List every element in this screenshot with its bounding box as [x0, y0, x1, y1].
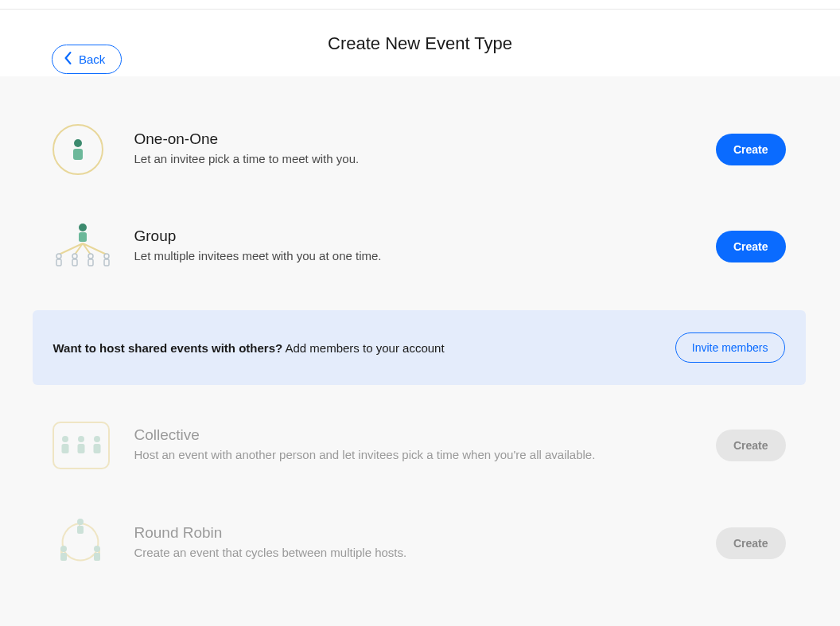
- svg-point-4: [56, 254, 61, 259]
- collective-icon: [52, 422, 110, 469]
- svg-rect-7: [72, 259, 77, 266]
- svg-rect-13: [61, 444, 68, 453]
- svg-rect-26: [94, 553, 100, 561]
- svg-rect-17: [93, 444, 100, 453]
- create-group-button[interactable]: Create: [716, 231, 786, 262]
- banner-prompt-bold: Want to host shared events with others?: [53, 341, 283, 355]
- svg-point-12: [62, 436, 68, 442]
- event-type-desc: Let an invitee pick a time to meet with …: [134, 150, 716, 169]
- create-one-on-one-button[interactable]: Create: [716, 134, 786, 165]
- chevron-left-icon: [64, 52, 72, 67]
- svg-rect-22: [77, 526, 84, 534]
- svg-rect-5: [56, 259, 61, 266]
- svg-point-0: [74, 139, 82, 147]
- svg-point-6: [72, 254, 77, 259]
- invite-members-button[interactable]: Invite members: [675, 332, 785, 363]
- event-type-one-on-one: One-on-One Let an invitee pick a time to…: [52, 102, 812, 197]
- event-type-desc: Create an event that cycles between mult…: [134, 544, 716, 562]
- create-round-robin-button: Create: [716, 527, 786, 559]
- event-type-group: Group Let multiple invitees meet with yo…: [52, 197, 812, 296]
- create-collective-button: Create: [716, 430, 786, 461]
- banner-prompt-rest: Add members to your account: [282, 341, 444, 355]
- svg-rect-24: [60, 553, 67, 561]
- back-button[interactable]: Back: [52, 45, 122, 74]
- event-type-desc: Host an event with another person and le…: [134, 446, 716, 465]
- event-type-title: Group: [134, 227, 716, 245]
- round-robin-icon: [52, 514, 108, 573]
- group-icon: [52, 220, 113, 274]
- event-type-title: Round Robin: [134, 524, 716, 542]
- svg-point-8: [88, 254, 93, 259]
- svg-rect-1: [73, 149, 83, 160]
- event-type-collective: Collective Host an event with another pe…: [52, 399, 812, 492]
- svg-point-25: [94, 546, 100, 552]
- top-divider: [0, 0, 840, 10]
- svg-point-14: [78, 436, 84, 442]
- content-area: One-on-One Let an invitee pick a time to…: [0, 76, 840, 626]
- svg-point-21: [77, 519, 84, 525]
- back-label: Back: [79, 52, 105, 66]
- svg-point-23: [60, 546, 67, 552]
- svg-point-16: [94, 436, 100, 442]
- svg-point-2: [79, 224, 87, 231]
- svg-rect-11: [104, 259, 109, 266]
- svg-rect-3: [79, 232, 87, 242]
- svg-rect-15: [77, 444, 84, 453]
- invite-members-banner: Want to host shared events with others? …: [33, 310, 806, 385]
- event-type-desc: Let multiple invitees meet with you at o…: [134, 247, 716, 266]
- one-on-one-icon: [52, 124, 103, 175]
- banner-text: Want to host shared events with others? …: [53, 341, 445, 355]
- event-type-title: Collective: [134, 426, 716, 444]
- page-header: Back Create New Event Type: [0, 10, 840, 76]
- page-title: Create New Event Type: [0, 33, 840, 54]
- svg-rect-9: [88, 259, 93, 266]
- svg-point-10: [104, 254, 109, 259]
- event-type-title: One-on-One: [134, 130, 716, 148]
- event-type-round-robin: Round Robin Create an event that cycles …: [52, 492, 812, 595]
